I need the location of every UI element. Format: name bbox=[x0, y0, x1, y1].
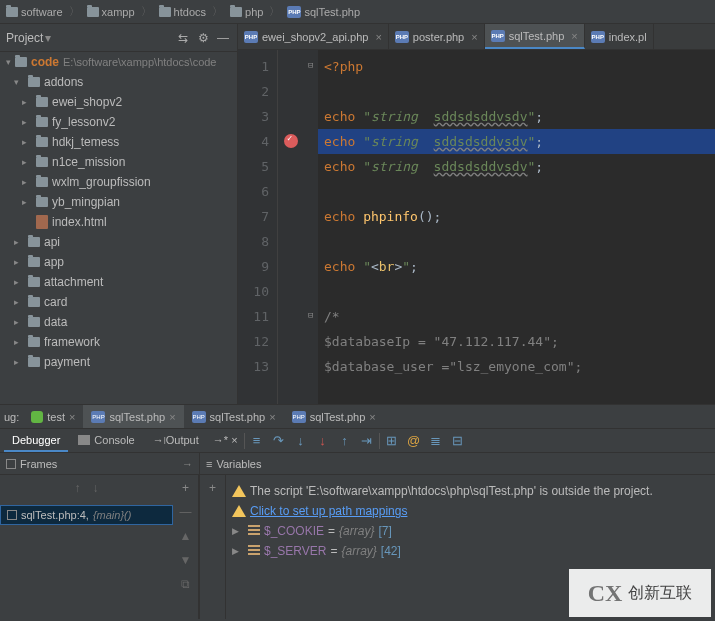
run-config-tab[interactable]: PHPsqlTest.php× bbox=[284, 405, 384, 428]
editor-tab[interactable]: PHPewei_shopv2_api.php× bbox=[238, 24, 389, 49]
variables-header: ≡ Variables bbox=[200, 453, 715, 475]
run-tab-label: sqlTest.php bbox=[210, 411, 266, 423]
frame-down-icon[interactable]: ↓ bbox=[93, 481, 99, 495]
editor-tab[interactable]: PHPindex.pl bbox=[585, 24, 654, 49]
add-icon[interactable]: ⊟ bbox=[448, 431, 468, 451]
debugger-tab[interactable]: Debugger bbox=[4, 429, 68, 452]
close-icon[interactable]: × bbox=[369, 411, 375, 423]
tree-item[interactable]: ▸card bbox=[0, 292, 237, 312]
project-panel-header: Project ▾ ⇆ ⚙ — bbox=[0, 24, 237, 52]
editor-tab[interactable]: PHPsqlTest.php× bbox=[485, 24, 585, 49]
tree-item[interactable]: ▸data bbox=[0, 312, 237, 332]
close-icon[interactable]: × bbox=[169, 411, 175, 423]
tree-item-label: api bbox=[44, 235, 60, 249]
run-config-tab[interactable]: test× bbox=[23, 405, 83, 428]
warning-line: The script 'E:\software\xampp\htdocs\php… bbox=[232, 481, 709, 501]
expand-icon[interactable]: ▶ bbox=[232, 546, 244, 556]
expand-icon[interactable]: ▶ bbox=[232, 526, 244, 536]
fold-icon[interactable]: ⊟ bbox=[308, 60, 313, 70]
path-mappings-link[interactable]: Click to set up path mappings bbox=[250, 504, 407, 518]
breakpoint-icon[interactable] bbox=[284, 134, 298, 148]
project-tree[interactable]: ▾addons▸ewei_shopv2▸fy_lessonv2▸hdkj_tem… bbox=[0, 72, 237, 404]
frame-item[interactable]: sqlTest.php:4, {main}() bbox=[0, 505, 173, 525]
frames-list[interactable]: sqlTest.php:4, {main}() bbox=[0, 501, 173, 529]
frame-icon bbox=[7, 510, 17, 520]
force-step-into-icon[interactable]: ↓ bbox=[313, 431, 333, 451]
run-config-tab[interactable]: PHPsqlTest.php× bbox=[83, 405, 183, 428]
output-sub-tab[interactable]: →* × bbox=[209, 429, 242, 452]
step-out-icon[interactable]: ↑ bbox=[335, 431, 355, 451]
fold-icon[interactable]: ⊟ bbox=[308, 310, 313, 320]
tab-label: poster.php bbox=[413, 31, 464, 43]
close-icon[interactable]: × bbox=[269, 411, 275, 423]
editor-tab[interactable]: PHPposter.php× bbox=[389, 24, 485, 49]
folder-icon bbox=[230, 7, 242, 17]
tree-item[interactable]: ▸hdkj_temess bbox=[0, 132, 237, 152]
list-view-icon[interactable]: ≣ bbox=[426, 431, 446, 451]
dropdown-icon[interactable]: ▾ bbox=[45, 31, 51, 45]
scroll-from-source-icon[interactable]: ⇆ bbox=[175, 30, 191, 46]
gear-icon[interactable]: ⚙ bbox=[195, 30, 211, 46]
tree-arrow-icon: ▸ bbox=[14, 357, 24, 367]
project-panel-title[interactable]: Project bbox=[6, 31, 43, 45]
line-number-gutter[interactable]: 12345678910111213 bbox=[238, 50, 278, 404]
var-type: {array} bbox=[339, 524, 374, 538]
copy-icon[interactable]: ⧉ bbox=[181, 577, 190, 591]
step-into-icon[interactable]: ↷ bbox=[269, 431, 289, 451]
code-editor[interactable]: 12345678910111213 ⊟⊟ <?php echo "string … bbox=[238, 50, 715, 404]
step-over-icon[interactable]: ≡ bbox=[247, 431, 267, 451]
watch-icon[interactable]: @ bbox=[404, 431, 424, 451]
run-config-tab[interactable]: PHPsqlTest.php× bbox=[184, 405, 284, 428]
equals: = bbox=[328, 524, 335, 538]
folder-icon bbox=[28, 337, 40, 347]
tree-item[interactable]: ▸ewei_shopv2 bbox=[0, 92, 237, 112]
tree-item[interactable]: ▸app bbox=[0, 252, 237, 272]
frame-up-icon[interactable]: ↑ bbox=[75, 481, 81, 495]
close-icon[interactable]: × bbox=[471, 31, 477, 43]
variable-row[interactable]: ▶ $_COOKIE = {array} [7] bbox=[232, 521, 709, 541]
tree-item-label: attachment bbox=[44, 275, 103, 289]
tree-item[interactable]: ▸fy_lessonv2 bbox=[0, 112, 237, 132]
breadcrumb-item[interactable]: php〉 bbox=[228, 4, 285, 19]
tree-item[interactable]: ▸n1ce_mission bbox=[0, 152, 237, 172]
frames-toggle-icon[interactable]: → bbox=[182, 458, 193, 470]
breadcrumb-item[interactable]: xampp〉 bbox=[85, 4, 157, 19]
tree-arrow-icon: ▸ bbox=[22, 157, 32, 167]
tree-item[interactable]: ▸yb_mingpian bbox=[0, 192, 237, 212]
evaluate-icon[interactable]: ⊞ bbox=[382, 431, 402, 451]
tree-item[interactable]: ▸api bbox=[0, 232, 237, 252]
add-watch-icon[interactable]: + bbox=[209, 481, 216, 495]
breadcrumb-item[interactable]: htdocs〉 bbox=[157, 4, 228, 19]
tree-item-label: card bbox=[44, 295, 67, 309]
tree-item[interactable]: ▸framework bbox=[0, 332, 237, 352]
tree-item[interactable]: ▸wxlm_groupfission bbox=[0, 172, 237, 192]
breakpoint-gutter[interactable] bbox=[278, 50, 306, 404]
close-icon[interactable]: × bbox=[571, 30, 577, 42]
tree-item-label: yb_mingpian bbox=[52, 195, 120, 209]
tree-item[interactable]: ▾addons bbox=[0, 72, 237, 92]
run-to-cursor-icon[interactable]: ⇥ bbox=[357, 431, 377, 451]
output-tab[interactable]: →| Output bbox=[145, 429, 207, 452]
breadcrumb-item[interactable]: software〉 bbox=[4, 4, 85, 19]
run-tab-label: sqlTest.php bbox=[109, 411, 165, 423]
down-icon[interactable]: ▼ bbox=[180, 553, 192, 567]
variable-row[interactable]: ▶ $_SERVER = {array} [42] bbox=[232, 541, 709, 561]
remove-frame-icon[interactable]: — bbox=[180, 505, 192, 519]
close-icon[interactable]: × bbox=[375, 31, 381, 43]
up-icon[interactable]: ▲ bbox=[180, 529, 192, 543]
php-file-icon: PHP bbox=[292, 411, 306, 423]
step-down-icon[interactable]: ↓ bbox=[291, 431, 311, 451]
collapse-icon[interactable]: — bbox=[215, 30, 231, 46]
project-root[interactable]: ▾ code E:\software\xampp\htdocs\code bbox=[0, 52, 237, 72]
code-lines[interactable]: <?php echo "string sddsdsddvsdv";echo "s… bbox=[318, 50, 715, 404]
tab-label: sqlTest.php bbox=[509, 30, 565, 42]
tree-item[interactable]: ▸attachment bbox=[0, 272, 237, 292]
add-frame-icon[interactable]: + bbox=[182, 481, 189, 495]
php-file-icon: PHP bbox=[192, 411, 206, 423]
fold-gutter[interactable]: ⊟⊟ bbox=[306, 50, 318, 404]
tree-item[interactable]: ▸payment bbox=[0, 352, 237, 372]
close-icon[interactable]: × bbox=[69, 411, 75, 423]
tree-item[interactable]: index.html bbox=[0, 212, 237, 232]
breadcrumb-item[interactable]: PHPsqlTest.php bbox=[285, 6, 362, 18]
console-tab[interactable]: Console bbox=[70, 429, 142, 452]
